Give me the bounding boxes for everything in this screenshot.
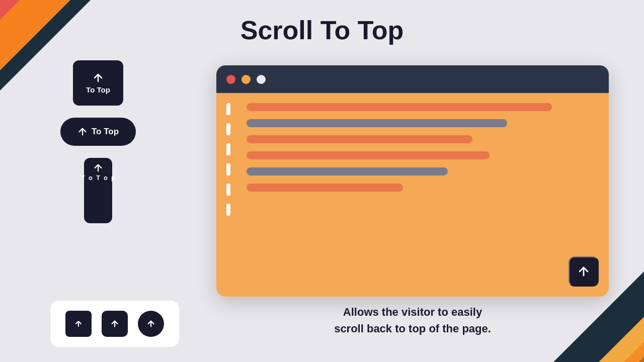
arrow-up-icon-sm1 (74, 319, 83, 328)
description-text: Allows the visitor to easily scroll back… (216, 304, 609, 337)
arrow-up-icon-sm2 (110, 319, 120, 329)
browser-dot-red (226, 75, 235, 84)
description-line2: scroll back to top of the page. (216, 320, 609, 337)
page-title: Scroll To Top (240, 15, 404, 45)
bottom-icon-buttons-panel (50, 301, 179, 347)
arrow-up-icon-sm3 (146, 319, 156, 329)
content-line-1 (247, 103, 552, 111)
description-line1: Allows the visitor to easily (216, 304, 609, 320)
browser-dot-yellow (242, 75, 251, 84)
content-line-6 (247, 184, 403, 192)
content-line-5 (247, 167, 448, 175)
button-variants-panel: To Top To Top ToTop (60, 60, 136, 223)
btn1-label: To Top (86, 85, 110, 94)
browser-dot-white (257, 75, 266, 84)
scroll-btn-icon-square-sm[interactable] (65, 311, 92, 337)
browser-mockup (216, 65, 609, 297)
scroll-to-top-button-square[interactable]: To Top (73, 60, 123, 106)
browser-content (216, 93, 609, 297)
content-line-3 (247, 135, 472, 143)
browser-titlebar (216, 65, 609, 93)
btn3-label: ToTop (79, 174, 117, 183)
arrow-up-icon-tall (93, 163, 103, 173)
arrow-up-icon-browser (577, 265, 590, 278)
content-line-2 (247, 119, 507, 127)
scroll-btn-icon-circle[interactable] (138, 311, 164, 337)
content-line-4 (247, 151, 490, 159)
scroll-to-top-button-pill[interactable]: To Top (60, 118, 136, 146)
arrow-up-icon-pill (77, 127, 88, 137)
scroll-to-top-button-tall[interactable]: ToTop (84, 158, 112, 223)
arrow-up-icon (93, 72, 104, 83)
scroll-btn-icon-square-md[interactable] (102, 311, 128, 337)
btn2-label: To Top (92, 127, 119, 137)
browser-scroll-to-top-button[interactable] (569, 256, 599, 287)
scroll-indicator (226, 103, 231, 287)
